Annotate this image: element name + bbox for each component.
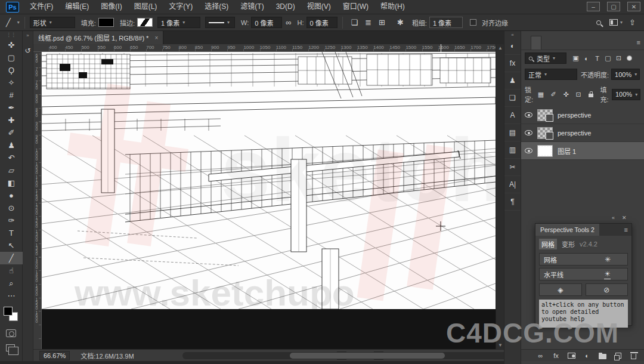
- panel-menu-icon[interactable]: ≡: [637, 39, 640, 46]
- tools-panel-icon[interactable]: ✂: [504, 159, 521, 176]
- gradient-tool[interactable]: ◧: [0, 177, 23, 189]
- new-layer-icon[interactable]: [614, 353, 623, 359]
- lock-position-icon[interactable]: ✜: [562, 91, 571, 98]
- scroll-up-icon[interactable]: ▲: [496, 45, 504, 51]
- collapse-dock-icon[interactable]: «: [504, 32, 521, 38]
- pt2-collapse-icon[interactable]: «: [612, 215, 615, 221]
- stroke-width-select[interactable]: 1 像素▾: [157, 17, 200, 28]
- pt2-menu-icon[interactable]: ≡: [624, 226, 628, 233]
- filter-smart-icon[interactable]: ⊡: [614, 54, 623, 62]
- align-edges-checkbox[interactable]: [470, 19, 476, 26]
- foreground-color-swatch[interactable]: [4, 307, 13, 316]
- visibility-eye-icon[interactable]: [525, 112, 532, 118]
- lock-all-icon[interactable]: [587, 91, 596, 97]
- link-layers-icon[interactable]: ∞: [536, 352, 545, 359]
- panel-tab[interactable]: [531, 36, 541, 50]
- marquee-tool[interactable]: ▢: [0, 51, 23, 64]
- toolbox-collapse-icon[interactable]: ⋮⋮: [0, 32, 22, 38]
- tools-ellipsis-icon[interactable]: ⋯: [0, 289, 23, 302]
- layer-style-icon[interactable]: fx: [552, 352, 561, 359]
- new-adjustment-icon[interactable]: ◐: [583, 352, 592, 359]
- screen-mode-button[interactable]: [6, 344, 15, 351]
- brush-tool[interactable]: ✐: [0, 127, 23, 139]
- share-icon[interactable]: ⇧: [629, 18, 636, 27]
- dodge-tool[interactable]: ⊙: [0, 202, 23, 214]
- magic-wand-tool[interactable]: ✧: [0, 76, 23, 89]
- workspace-caret-icon[interactable]: ▾: [620, 20, 623, 25]
- pen-tool[interactable]: ✑: [0, 214, 23, 227]
- stroke-swatch[interactable]: [137, 18, 153, 27]
- close-button[interactable]: ✕: [627, 2, 640, 11]
- filter-adjustment-icon[interactable]: ◐: [582, 54, 591, 62]
- expand-dock-icon[interactable]: »: [23, 33, 33, 38]
- lock-pixels-icon[interactable]: ✐: [549, 91, 558, 98]
- gear-icon[interactable]: ✱: [397, 18, 404, 27]
- paragraph-icon[interactable]: ¶: [504, 193, 521, 211]
- filter-type-icon[interactable]: T: [593, 54, 602, 62]
- vertical-scrollbar[interactable]: ▲ ▼: [496, 44, 504, 349]
- glyphs-icon[interactable]: A: [504, 107, 521, 124]
- filter-pixel-icon[interactable]: ▣: [571, 54, 580, 62]
- pt2-tab-warp[interactable]: 变形: [562, 239, 575, 249]
- zoom-level-field[interactable]: 66.67%: [39, 351, 70, 360]
- menu-item[interactable]: 文件(F): [24, 0, 59, 14]
- horizontal-scroll-thumb[interactable]: [290, 353, 445, 359]
- menu-item[interactable]: 3D(D): [270, 0, 301, 14]
- visibility-eye-icon[interactable]: [525, 148, 532, 153]
- tool-preset-caret-icon[interactable]: ▾: [17, 20, 20, 25]
- clone-stamp-tool[interactable]: ♟: [0, 139, 23, 152]
- path-select-tool[interactable]: ↖: [0, 239, 23, 252]
- layer-thumbnail[interactable]: [537, 109, 553, 121]
- blend-mode-select[interactable]: 正常▾: [525, 69, 577, 80]
- filter-toggle[interactable]: [627, 55, 632, 61]
- blur-tool[interactable]: ●: [0, 189, 23, 202]
- fill-swatch[interactable]: [98, 18, 114, 27]
- pt2-title-tab[interactable]: Perspective Tools 2: [535, 224, 599, 236]
- line-tool[interactable]: ╱: [0, 252, 23, 264]
- stroke-type-select[interactable]: ▾: [205, 17, 235, 28]
- new-group-icon[interactable]: [598, 352, 607, 359]
- history-brush-tool[interactable]: ↶: [0, 152, 23, 164]
- pt2-horizon-button[interactable]: 水平线 ☀: [539, 268, 628, 280]
- crop-tool[interactable]: #: [0, 89, 23, 101]
- notes-icon[interactable]: ▥: [504, 141, 521, 159]
- fill-opacity-field[interactable]: 100%▾: [612, 89, 640, 100]
- lock-artboard-icon[interactable]: ⊡: [574, 91, 583, 98]
- menu-item[interactable]: 视图(V): [301, 0, 337, 14]
- pt2-hide-button[interactable]: ⊘: [586, 283, 628, 296]
- link-dimensions-icon[interactable]: ∞: [286, 18, 291, 27]
- path-operations-icon[interactable]: ❏: [351, 18, 358, 27]
- menu-item[interactable]: 帮助(H): [374, 0, 411, 14]
- workspace-icon[interactable]: [609, 19, 618, 26]
- eraser-tool[interactable]: ▱: [0, 164, 23, 177]
- styles-icon[interactable]: fx: [504, 55, 521, 72]
- pt2-close-icon[interactable]: ✕: [622, 215, 627, 221]
- ai-icon[interactable]: A|: [504, 176, 521, 193]
- canvas-area[interactable]: sketchwww.sketchupo: [42, 52, 496, 309]
- layer-thumbnail[interactable]: [537, 145, 553, 157]
- menu-item[interactable]: 文字(Y): [163, 0, 199, 14]
- visibility-eye-icon[interactable]: [525, 130, 532, 135]
- panel-tab[interactable]: [521, 36, 531, 50]
- zoom-tool[interactable]: ⌕: [0, 277, 23, 289]
- horizontal-scrollbar[interactable]: [182, 352, 519, 359]
- eyedropper-tool[interactable]: ✒: [0, 101, 23, 114]
- path-arrangement-icon[interactable]: ⊞: [379, 18, 385, 27]
- filter-type-select[interactable]: 类型▾: [525, 53, 566, 64]
- filter-shape-icon[interactable]: ▢: [603, 54, 612, 62]
- add-mask-icon[interactable]: [567, 353, 576, 359]
- healing-brush-tool[interactable]: ✚: [0, 114, 23, 127]
- tab-close-icon[interactable]: ×: [154, 35, 158, 41]
- menu-item[interactable]: 选择(S): [199, 0, 234, 14]
- document-tab[interactable]: 线框.psd @ 66.7% (图层 1, RGB/8#) * ×: [33, 31, 163, 44]
- type-tool[interactable]: T: [0, 227, 23, 239]
- libraries-icon[interactable]: ▤: [504, 124, 521, 141]
- clone-source-icon[interactable]: ♟: [504, 72, 521, 90]
- maximize-button[interactable]: ▢: [607, 2, 620, 11]
- menu-item[interactable]: 滤镜(T): [234, 0, 270, 14]
- pt2-tab-grid[interactable]: 网格: [539, 239, 557, 249]
- menu-item[interactable]: 编辑(E): [59, 0, 95, 14]
- width-input[interactable]: 0 像素: [251, 17, 282, 28]
- move-tool[interactable]: ✜: [0, 39, 23, 51]
- weight-input[interactable]: 1 像素: [429, 17, 463, 28]
